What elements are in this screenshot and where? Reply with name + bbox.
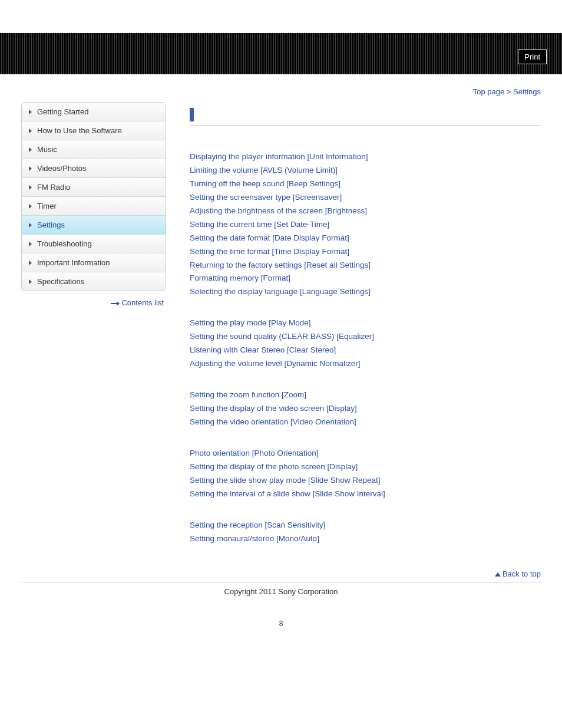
sidebar-nav: Getting StartedHow to Use the SoftwareMu… xyxy=(21,102,166,291)
content-link[interactable]: Setting the video orientation [Video Ori… xyxy=(190,416,541,429)
content-link[interactable]: Turning off the beep sound [Beep Setting… xyxy=(190,177,541,191)
sidebar-item[interactable]: Settings xyxy=(22,216,166,235)
content-link[interactable]: Setting the time format [Time Display Fo… xyxy=(190,245,541,259)
content-link[interactable]: Formatting memory [Format] xyxy=(190,272,541,285)
content-link[interactable]: Adjusting the brightness of the screen [… xyxy=(190,205,541,218)
breadcrumb: Top page > Settings xyxy=(0,74,562,102)
content-link[interactable]: Setting the reception [Scan Sensitivity] xyxy=(190,519,541,532)
content-link[interactable]: Setting the zoom function [Zoom] xyxy=(190,388,541,402)
link-group: Displaying the player information [Unit … xyxy=(190,150,541,299)
sidebar-item[interactable]: Music xyxy=(22,140,166,159)
sidebar-item[interactable]: Important Information xyxy=(22,253,166,272)
up-triangle-icon xyxy=(495,572,501,577)
content-link[interactable]: Adjusting the volume level [Dynamic Norm… xyxy=(190,357,541,371)
content-link[interactable]: Setting the play mode [Play Mode] xyxy=(190,317,541,330)
link-group: Photo orientation [Photo Orientation]Set… xyxy=(190,447,541,501)
section-heading xyxy=(190,111,541,126)
content-link[interactable]: Setting the display of the photo screen … xyxy=(190,460,541,474)
content-link[interactable]: Listening with Clear Stereo [Clear Stere… xyxy=(190,344,541,357)
content-link[interactable]: Selecting the display language [Language… xyxy=(190,285,541,299)
sidebar-item[interactable]: Videos/Photos xyxy=(22,159,166,178)
content-link[interactable]: Setting the display of the video screen … xyxy=(190,402,541,416)
sidebar-item[interactable]: Timer xyxy=(22,197,166,216)
content-link[interactable]: Setting the screensaver type [Screensave… xyxy=(190,191,541,205)
sidebar-item[interactable]: How to Use the Software xyxy=(22,121,166,140)
copyright-text: Copyright 2011 Sony Corporation xyxy=(0,582,562,620)
content-link[interactable]: Photo orientation [Photo Orientation] xyxy=(190,447,541,460)
sidebar-item[interactable]: Getting Started xyxy=(22,103,166,121)
link-group: Setting the reception [Scan Sensitivity]… xyxy=(190,519,541,546)
breadcrumb-current: Settings xyxy=(513,87,541,96)
link-group: Setting the play mode [Play Mode]Setting… xyxy=(190,317,541,371)
content-link[interactable]: Returning to the factory settings [Reset… xyxy=(190,259,541,272)
breadcrumb-sep: > xyxy=(504,87,513,96)
content-link[interactable]: Setting the current time [Set Date-Time] xyxy=(190,218,541,232)
content-link[interactable]: Limiting the volume [AVLS (Volume Limit)… xyxy=(190,164,541,177)
page-number: 8 xyxy=(0,620,562,640)
content-link[interactable]: Setting the slide show play mode [Slide … xyxy=(190,474,541,487)
sidebar-item[interactable]: Specifications xyxy=(22,272,166,291)
sidebar-item[interactable]: FM Radio xyxy=(22,178,166,197)
content-link[interactable]: Displaying the player information [Unit … xyxy=(190,150,541,164)
arrow-right-icon xyxy=(111,303,119,304)
sidebar-item[interactable]: Troubleshooting xyxy=(22,235,166,253)
content-link[interactable]: Setting the interval of a slide show [Sl… xyxy=(190,487,541,501)
print-button[interactable]: Print xyxy=(518,50,547,64)
link-group: Setting the zoom function [Zoom]Setting … xyxy=(190,388,541,429)
content-link[interactable]: Setting the date format [Date Display Fo… xyxy=(190,232,541,245)
back-to-top-link[interactable]: Back to top xyxy=(503,569,541,578)
content-link[interactable]: Setting monaural/stereo [Mono/Auto] xyxy=(190,532,541,546)
header-banner: Print xyxy=(0,33,562,74)
content-link[interactable]: Setting the sound quality (CLEAR BASS) [… xyxy=(190,330,541,344)
breadcrumb-top-page[interactable]: Top page xyxy=(473,87,505,96)
contents-list-link[interactable]: Contents list xyxy=(121,298,164,307)
sidebar: Getting StartedHow to Use the SoftwareMu… xyxy=(21,102,166,564)
main-content: Displaying the player information [Unit … xyxy=(190,102,541,564)
